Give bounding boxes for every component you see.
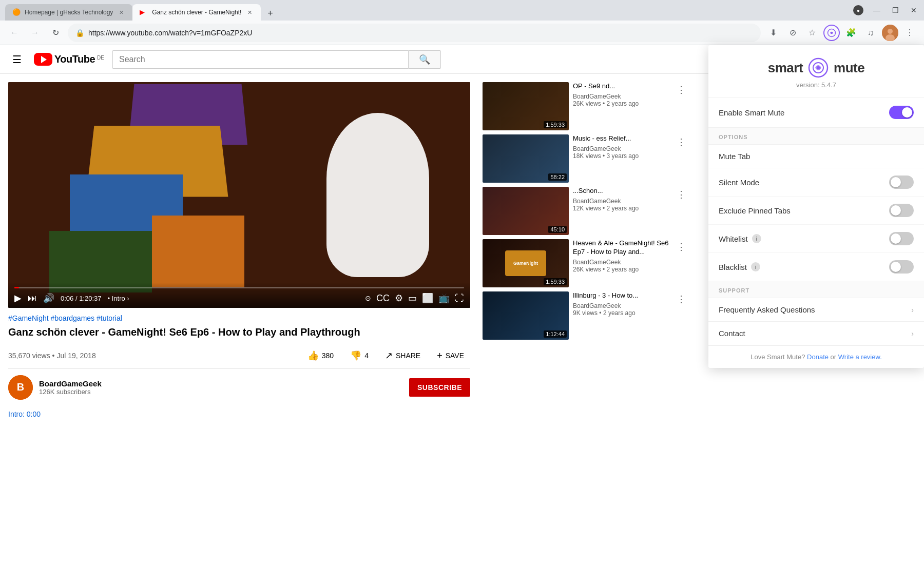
address-bar[interactable]: 🔒 https://www.youtube.com/watch?v=1mGFOa… <box>68 24 761 42</box>
tab-ghacks[interactable]: 🟠 Homepage | gHacks Technology ✕ <box>5 4 132 21</box>
rec-channel-illinburg: BoardGameGeek <box>573 302 670 309</box>
rec-item-2[interactable]: 58:22 Music - ess Relief... BoardGameGee… <box>483 134 688 183</box>
back-button[interactable]: ← <box>6 25 23 41</box>
smartmute-contact-arrow: › <box>911 329 914 338</box>
rec-item-1[interactable]: 1:59:33 OP - Se9 nd... BoardGameGeek 26K… <box>483 82 688 130</box>
video-stats-row: 35,670 views • Jul 19, 2018 👍 380 👎 4 <box>8 343 470 369</box>
smartmute-donate-link[interactable]: Donate <box>807 353 829 361</box>
whitelist-info-icon[interactable]: i <box>752 234 761 243</box>
bookmark-button[interactable]: ☆ <box>804 25 820 41</box>
close-button[interactable]: ✕ <box>909 6 919 14</box>
rec-meta-illinburg: 9K views • 2 years ago <box>573 309 670 317</box>
video-player[interactable]: ▶ ⏭ 🔊 0:06 / 1:20:37 • Intro › ⊙ CC <box>8 82 470 308</box>
youtube-logo-country: DE <box>97 55 104 61</box>
youtube-search-button[interactable]: 🔍 <box>408 50 441 69</box>
rec-menu-heaven-ale[interactable]: ⋮ <box>675 239 688 287</box>
smartmute-version: version: 5.4.7 <box>796 81 836 89</box>
smartmute-whitelist-toggle[interactable] <box>889 232 914 245</box>
rec-menu-2[interactable]: ⋮ <box>675 134 688 183</box>
progress-bar[interactable] <box>14 287 464 288</box>
tab-youtube-close[interactable]: ✕ <box>245 8 254 16</box>
smartmute-exclude-pinned-toggle[interactable] <box>889 204 914 217</box>
activity-icon: ● <box>853 5 863 15</box>
tab-ghacks-close[interactable]: ✕ <box>117 8 125 16</box>
rec-menu-3[interactable]: ⋮ <box>675 187 688 235</box>
youtube-search-input[interactable] <box>112 50 408 69</box>
forward-button[interactable]: → <box>27 25 43 41</box>
rec-channel-2: BoardGameGeek <box>573 145 670 152</box>
new-tab-button[interactable]: + <box>263 6 277 21</box>
next-button[interactable]: ⏭ <box>28 293 37 304</box>
rec-thumb-1: 1:59:33 <box>483 82 569 130</box>
lock-icon: 🔒 <box>75 29 84 37</box>
smartmute-faq-row[interactable]: Frequently Asked Questions › <box>708 298 924 322</box>
music-button[interactable]: ♫ <box>862 25 879 41</box>
video-actions: 👍 380 👎 4 ↗ SHARE <box>301 347 470 364</box>
subtitles-button[interactable]: CC <box>376 293 390 304</box>
rec-duration-2: 58:22 <box>548 173 567 181</box>
youtube-logo[interactable]: YouTube DE <box>34 53 104 66</box>
rec-item-3[interactable]: 45:10 ...Schon... BoardGameGeek 12K view… <box>483 187 688 235</box>
blacklist-info-icon[interactable]: i <box>751 262 760 271</box>
maximize-button[interactable]: ❐ <box>890 6 900 14</box>
thumbs-up-icon: 👍 <box>307 350 319 361</box>
channel-avatar[interactable]: B <box>8 375 33 400</box>
smartmute-review-link[interactable]: Write a review. <box>838 353 882 361</box>
like-button[interactable]: 👍 380 <box>301 347 340 364</box>
intro-link[interactable]: Intro: 0:00 <box>8 410 470 418</box>
video-title: Ganz schön clever - GameNight! Se6 Ep6 -… <box>8 325 470 339</box>
play-button[interactable]: ▶ <box>14 292 22 304</box>
smartmute-whitelist-left: Whitelist i <box>719 234 761 243</box>
fullscreen-button[interactable]: ⛶ <box>455 293 464 304</box>
rec-menu-illinburg[interactable]: ⋮ <box>675 291 688 340</box>
volume-button[interactable]: 🔊 <box>43 292 54 304</box>
rec-meta-heaven-ale: 26K views • 2 years ago <box>573 266 670 273</box>
smartmute-logo-text2: mute <box>834 60 864 76</box>
smartmute-enable-toggle[interactable] <box>889 106 914 119</box>
smartmute-support-section: SUPPORT Frequently Asked Questions › Con… <box>708 281 924 345</box>
rec-meta-2: 18K views • 3 years ago <box>573 152 670 160</box>
adblock-button[interactable]: ⊘ <box>784 25 801 41</box>
theater-button[interactable]: ▭ <box>408 292 417 304</box>
extensions-button[interactable]: 🧩 <box>843 25 859 41</box>
smartmute-faq-label: Frequently Asked Questions <box>719 305 815 314</box>
reload-button[interactable]: ↻ <box>47 25 64 41</box>
video-tags[interactable]: #GameNight #boardgames #tutorial <box>8 314 470 322</box>
share-icon: ↗ <box>385 350 393 361</box>
miniplayer-button[interactable]: ⬜ <box>422 292 433 304</box>
auto-play-toggle[interactable]: ⊙ <box>365 294 371 302</box>
rec-thumb-heaven-ale: GameNight 1:59:33 <box>483 239 569 287</box>
youtube-search-box: 🔍 <box>112 50 441 69</box>
tab-youtube-title: Ganz schön clever - GameNight! <box>152 9 241 16</box>
minimize-button[interactable]: — <box>872 6 882 14</box>
save-button[interactable]: + SAVE <box>431 347 470 364</box>
smartmute-silent-toggle[interactable] <box>889 176 914 189</box>
tab-youtube-favicon: ▶ <box>140 8 148 16</box>
smartmute-footer-or: or <box>831 353 838 361</box>
rec-menu-1[interactable]: ⋮ <box>675 82 688 130</box>
smartmute-header: smart mute version: 5.4.7 <box>708 45 924 98</box>
nav-tools: ⬇ ⊘ ☆ 🧩 ♫ ⋮ <box>765 25 918 41</box>
video-sidebar: 1:59:33 OP - Se9 nd... BoardGameGeek 26K… <box>483 82 688 577</box>
download-button[interactable]: ⬇ <box>765 25 781 41</box>
cast-button[interactable]: 📺 <box>438 292 450 304</box>
profile-button[interactable] <box>882 25 898 41</box>
progress-fill <box>14 287 19 288</box>
smartmute-extension-button[interactable] <box>823 25 840 41</box>
settings-button[interactable]: ⚙ <box>395 292 403 304</box>
subscribe-button[interactable]: SUBSCRIBE <box>409 378 470 397</box>
rec-item-heaven-ale[interactable]: GameNight 1:59:33 Heaven & Ale - GameNig… <box>483 239 688 287</box>
channel-name[interactable]: BoardGameGeek <box>39 379 102 388</box>
menu-button[interactable]: ⋮ <box>901 25 918 41</box>
youtube-menu-button[interactable]: ☰ <box>8 49 26 70</box>
share-button[interactable]: ↗ SHARE <box>379 347 427 364</box>
tab-youtube[interactable]: ▶ Ganz schön clever - GameNight! ✕ <box>132 4 261 21</box>
smartmute-options-title: OPTIONS <box>708 128 924 145</box>
smartmute-mute-tab-row[interactable]: Mute Tab <box>708 145 924 168</box>
smartmute-exclude-pinned-knob <box>891 205 901 216</box>
dislike-button[interactable]: 👎 4 <box>344 347 375 364</box>
smartmute-contact-row[interactable]: Contact › <box>708 322 924 345</box>
smartmute-blacklist-toggle[interactable] <box>889 260 914 274</box>
smartmute-blacklist-left: Blacklist i <box>719 262 760 271</box>
rec-item-illinburg[interactable]: 1:12:44 Illinburg - 3 - How to... BoardG… <box>483 291 688 340</box>
